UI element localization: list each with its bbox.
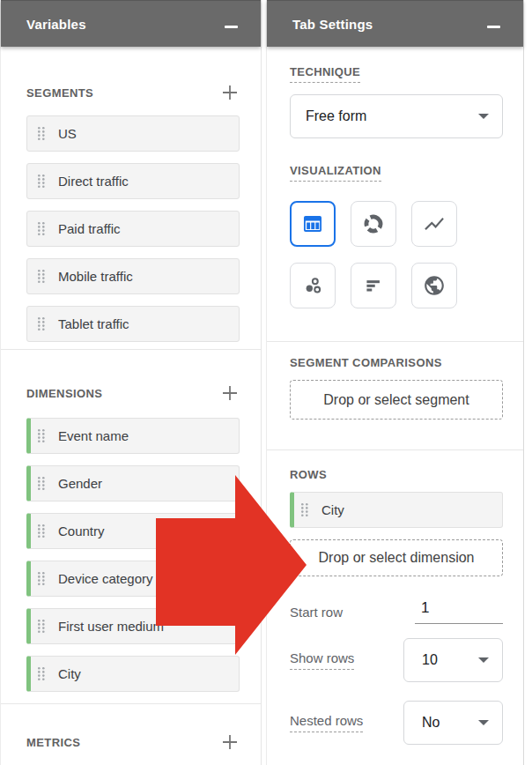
plus-icon xyxy=(220,83,240,102)
tab-settings-header: Tab Settings xyxy=(267,0,523,47)
drag-handle-icon xyxy=(37,666,46,681)
tab-settings-minimize-button[interactable] xyxy=(483,13,504,34)
tab-settings-body: TECHNIQUE Free form VISUALIZATION xyxy=(267,65,523,745)
dimension-chip-label: First user medium xyxy=(58,619,164,634)
dimensions-label: DIMENSIONS xyxy=(26,387,102,400)
dimension-chip-label: Country xyxy=(58,524,105,538)
segment-chip[interactable]: US xyxy=(26,115,240,152)
start-row-field: Start row xyxy=(290,599,503,624)
segment-chip[interactable]: Mobile traffic xyxy=(26,258,240,294)
nested-rows-value: No xyxy=(422,715,440,731)
viz-donut-button[interactable] xyxy=(351,201,396,247)
segment-chip-label: US xyxy=(58,126,77,141)
divider xyxy=(267,341,523,342)
metrics-label: METRICS xyxy=(26,736,80,749)
tab-settings-panel: Tab Settings TECHNIQUE Free form VISUALI… xyxy=(266,0,524,765)
viz-table-button[interactable] xyxy=(290,201,336,247)
show-rows-select[interactable]: 10 xyxy=(403,638,503,682)
segment-chip-label: Direct traffic xyxy=(58,174,129,189)
drag-handle-icon xyxy=(37,571,46,586)
dimension-chip-label: Device category xyxy=(58,571,153,586)
viz-scatter-button[interactable] xyxy=(290,263,336,308)
divider xyxy=(1,349,261,350)
dimension-chip[interactable]: First user medium xyxy=(26,608,240,644)
drag-handle-icon xyxy=(300,502,309,517)
drag-handle-icon xyxy=(37,524,46,538)
nested-rows-label: Nested rows xyxy=(290,713,363,732)
drag-handle-icon xyxy=(37,619,46,634)
variables-minimize-button[interactable] xyxy=(220,13,241,34)
chevron-down-icon xyxy=(478,114,489,119)
dimension-chip[interactable]: Gender xyxy=(26,465,240,501)
dimension-chip[interactable]: Event name xyxy=(26,418,240,454)
segment-drop-zone[interactable]: Drop or select segment xyxy=(290,380,503,420)
dimension-drop-placeholder: Drop or select dimension xyxy=(319,550,475,566)
drag-handle-icon xyxy=(37,428,46,443)
dimension-chip-label: Gender xyxy=(58,476,102,491)
metrics-header-row: METRICS xyxy=(26,732,240,752)
segment-chip-label: Paid traffic xyxy=(58,221,121,236)
rows-dimension-chip[interactable]: City xyxy=(290,492,503,528)
segments-list: US Direct traffic Paid traffic Mobile tr… xyxy=(26,115,240,342)
divider xyxy=(267,449,523,450)
segments-label: SEGMENTS xyxy=(26,86,93,100)
segment-drop-placeholder: Drop or select segment xyxy=(323,392,469,408)
drag-handle-icon xyxy=(37,126,46,141)
variables-body: SEGMENTS US Direct traffic Paid traffic … xyxy=(1,83,261,752)
donut-chart-icon xyxy=(362,212,385,235)
geo-map-icon xyxy=(423,274,446,297)
segment-chip-label: Tablet traffic xyxy=(58,316,129,331)
show-rows-label: Show rows xyxy=(290,650,354,670)
scatter-plot-icon xyxy=(301,274,324,297)
segment-chip-label: Mobile traffic xyxy=(58,269,133,284)
dimension-chip-label: City xyxy=(58,666,81,681)
chevron-down-icon xyxy=(478,720,489,725)
technique-label: TECHNIQUE xyxy=(290,65,360,83)
visualization-picker xyxy=(290,201,503,308)
segment-chip[interactable]: Direct traffic xyxy=(26,163,240,199)
nested-rows-select[interactable]: No xyxy=(403,701,503,745)
technique-select[interactable]: Free form xyxy=(290,94,503,138)
segment-chip[interactable]: Paid traffic xyxy=(26,211,240,247)
add-metric-button[interactable] xyxy=(220,732,240,752)
viz-line-button[interactable] xyxy=(411,201,457,247)
dimension-chip[interactable]: Device category xyxy=(26,561,240,597)
viz-geo-button[interactable] xyxy=(411,263,457,308)
show-rows-value: 10 xyxy=(422,652,438,668)
nested-rows-field: Nested rows No xyxy=(290,701,503,745)
dimension-drop-zone[interactable]: Drop or select dimension xyxy=(290,539,503,576)
minimize-icon xyxy=(225,26,238,28)
segment-comparisons-label: SEGMENT COMPARISONS xyxy=(290,356,503,369)
bar-chart-icon xyxy=(362,274,385,297)
segments-header-row: SEGMENTS xyxy=(26,83,240,102)
start-row-input[interactable] xyxy=(415,599,503,624)
rows-dimension-chip-label: City xyxy=(321,502,344,517)
tab-settings-title: Tab Settings xyxy=(292,17,373,32)
variables-title: Variables xyxy=(26,17,86,32)
variables-header: Variables xyxy=(1,0,261,47)
viz-bar-button[interactable] xyxy=(351,263,396,308)
technique-value: Free form xyxy=(306,108,366,124)
start-row-label: Start row xyxy=(290,605,343,620)
drag-handle-icon xyxy=(37,476,46,491)
dimension-chip-label: Event name xyxy=(58,428,129,443)
minimize-icon xyxy=(487,26,500,28)
drag-handle-icon xyxy=(37,221,46,236)
add-segment-button[interactable] xyxy=(220,83,240,102)
table-chart-icon xyxy=(301,212,324,235)
add-dimension-button[interactable] xyxy=(220,383,240,403)
show-rows-field: Show rows 10 xyxy=(290,638,503,682)
dimensions-header-row: DIMENSIONS xyxy=(26,383,240,403)
visualization-label: VISUALIZATION xyxy=(290,164,381,182)
dimension-chip[interactable]: Country xyxy=(26,513,240,549)
segment-chip[interactable]: Tablet traffic xyxy=(26,306,240,342)
dimension-chip[interactable]: City xyxy=(26,656,240,692)
plus-icon xyxy=(220,383,240,403)
drag-handle-icon xyxy=(37,174,46,189)
drag-handle-icon xyxy=(37,316,46,331)
rows-label: ROWS xyxy=(290,468,503,481)
chevron-down-icon xyxy=(478,657,489,663)
drag-handle-icon xyxy=(37,269,46,284)
plus-icon xyxy=(220,732,240,752)
line-chart-icon xyxy=(423,212,446,235)
